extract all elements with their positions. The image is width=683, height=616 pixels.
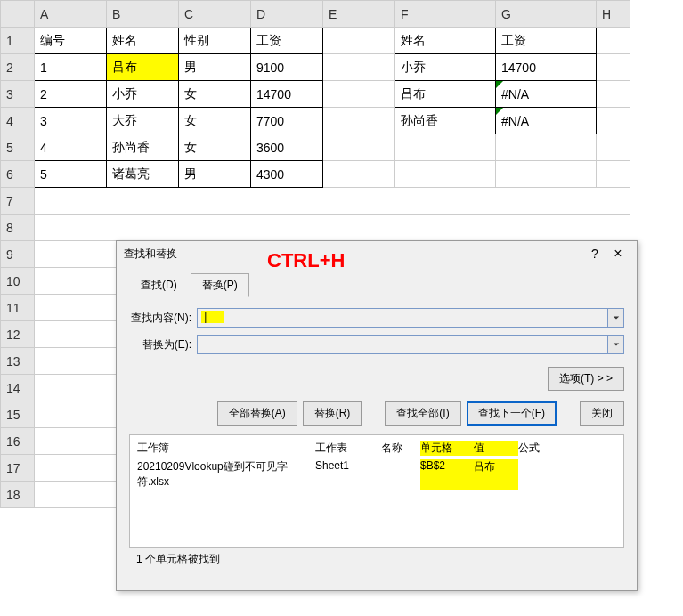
replace-input[interactable] — [197, 335, 608, 354]
options-button[interactable]: 选项(T) > > — [548, 367, 624, 391]
cell-F5[interactable] — [395, 134, 496, 161]
row-header-12[interactable]: 12 — [1, 321, 35, 348]
cell-E5[interactable] — [323, 134, 395, 161]
row-header-8[interactable]: 8 — [1, 215, 35, 241]
col-header-F[interactable]: F — [395, 1, 496, 28]
results-col-workbook[interactable]: 工作簿 — [137, 441, 315, 456]
row-header-7[interactable]: 7 — [1, 188, 35, 215]
row-header-13[interactable]: 13 — [1, 348, 35, 375]
cell-E1[interactable] — [323, 28, 395, 54]
row-header-1[interactable]: 1 — [1, 28, 35, 54]
row-header-17[interactable]: 17 — [1, 455, 35, 482]
cell-C1[interactable]: 性别 — [179, 28, 251, 54]
find-dropdown-button[interactable] — [608, 308, 624, 328]
cell-F2[interactable]: 小乔 — [395, 54, 496, 81]
results-col-cell[interactable]: 单元格 — [420, 441, 474, 456]
row-header-6[interactable]: 6 — [1, 161, 35, 188]
cell-A5[interactable]: 4 — [35, 134, 107, 161]
row-header-5[interactable]: 5 — [1, 134, 35, 161]
cell-C5[interactable]: 女 — [179, 134, 251, 161]
cell-A2[interactable]: 1 — [35, 54, 107, 81]
tab-replace[interactable]: 替换(P) — [191, 273, 249, 297]
results-row[interactable]: 20210209Vlookup碰到不可见字符.xlsx Sheet1 $B$2 … — [130, 458, 623, 491]
cell-D1[interactable]: 工资 — [251, 28, 323, 54]
row-header-14[interactable]: 14 — [1, 375, 35, 401]
row-header-11[interactable]: 11 — [1, 295, 35, 321]
results-col-worksheet[interactable]: 工作表 — [315, 441, 381, 456]
results-col-value[interactable]: 值 — [474, 441, 518, 456]
cell-F1[interactable]: 姓名 — [395, 28, 496, 54]
cell-H4[interactable] — [597, 108, 630, 134]
cell-F6[interactable] — [395, 161, 496, 188]
cell-F4[interactable]: 孙尚香 — [395, 108, 496, 134]
cell-G2[interactable]: 14700 — [496, 54, 597, 81]
row-header-10[interactable]: 10 — [1, 268, 35, 295]
cell-D2[interactable]: 9100 — [251, 54, 323, 81]
dialog-help-button[interactable]: ? — [583, 247, 606, 261]
cell-B6[interactable]: 诸葛亮 — [107, 161, 179, 188]
cell-G6[interactable] — [496, 161, 597, 188]
cell-E4[interactable] — [323, 108, 395, 134]
cell-H1[interactable] — [597, 28, 630, 54]
cell-D4[interactable]: 7700 — [251, 108, 323, 134]
results-col-name[interactable]: 名称 — [381, 441, 420, 456]
find-next-button[interactable]: 查找下一个(F) — [467, 401, 557, 426]
cell-G1[interactable]: 工资 — [496, 28, 597, 54]
col-header-G[interactable]: G — [496, 1, 597, 28]
cell-A1[interactable]: 编号 — [35, 28, 107, 54]
row-header-9[interactable]: 9 — [1, 241, 35, 268]
cell-D5[interactable]: 3600 — [251, 134, 323, 161]
cell-G3[interactable]: #N/A — [496, 81, 597, 108]
cell-H6[interactable] — [597, 161, 630, 188]
cell-E6[interactable] — [323, 161, 395, 188]
cell-C3[interactable]: 女 — [179, 81, 251, 108]
results-header: 工作簿 工作表 名称 单元格 值 公式 — [130, 439, 623, 458]
cell-D3[interactable]: 14700 — [251, 81, 323, 108]
row-header-15[interactable]: 15 — [1, 401, 35, 428]
cell-B3[interactable]: 小乔 — [107, 81, 179, 108]
cell-A4[interactable]: 3 — [35, 108, 107, 134]
row-header-4[interactable]: 4 — [1, 108, 35, 134]
cell-B5[interactable]: 孙尚香 — [107, 134, 179, 161]
replace-all-button[interactable]: 全部替换(A) — [217, 401, 297, 426]
cell-H2[interactable] — [597, 54, 630, 81]
row-header-2[interactable]: 2 — [1, 54, 35, 81]
col-header-B[interactable]: B — [107, 1, 179, 28]
cell-A3[interactable]: 2 — [35, 81, 107, 108]
cell-A6[interactable]: 5 — [35, 161, 107, 188]
results-col-formula[interactable]: 公式 — [518, 441, 616, 456]
close-button[interactable]: 关闭 — [580, 401, 624, 426]
cell-B2[interactable]: 吕布 — [107, 54, 179, 81]
cell-C6[interactable]: 男 — [179, 161, 251, 188]
cell-E3[interactable] — [323, 81, 395, 108]
cell-H5[interactable] — [597, 134, 630, 161]
row-header-16[interactable]: 16 — [1, 428, 35, 455]
col-header-H[interactable]: H — [597, 1, 630, 28]
results-cell-formula — [518, 459, 616, 490]
find-all-button[interactable]: 查找全部(I) — [385, 401, 460, 426]
cell-F3[interactable]: 吕布 — [395, 81, 496, 108]
select-all[interactable] — [1, 1, 35, 28]
cell-C2[interactable]: 男 — [179, 54, 251, 81]
replace-button[interactable]: 替换(R) — [303, 401, 362, 426]
dialog-close-button[interactable]: × — [606, 246, 630, 262]
replace-dropdown-button[interactable] — [608, 335, 624, 354]
row-header-3[interactable]: 3 — [1, 81, 35, 108]
cell-G4[interactable]: #N/A — [496, 108, 597, 134]
col-header-A[interactable]: A — [35, 1, 107, 28]
cell-D6[interactable]: 4300 — [251, 161, 323, 188]
cell-E2[interactable] — [323, 54, 395, 81]
find-input[interactable]: | — [197, 308, 608, 328]
tab-find[interactable]: 查找(D) — [129, 273, 189, 297]
cell-B1[interactable]: 姓名 — [107, 28, 179, 54]
row-header-18[interactable]: 18 — [1, 482, 35, 508]
results-list[interactable]: 工作簿 工作表 名称 单元格 值 公式 20210209Vlookup碰到不可见… — [129, 434, 624, 548]
col-header-C[interactable]: C — [179, 1, 251, 28]
col-header-D[interactable]: D — [251, 1, 323, 28]
cell-G5[interactable] — [496, 134, 597, 161]
cell-H3[interactable] — [597, 81, 630, 108]
cell-C4[interactable]: 女 — [179, 108, 251, 134]
cell-B4[interactable]: 大乔 — [107, 108, 179, 134]
dialog-titlebar[interactable]: 查找和替换 ? × — [117, 241, 637, 266]
col-header-E[interactable]: E — [323, 1, 395, 28]
